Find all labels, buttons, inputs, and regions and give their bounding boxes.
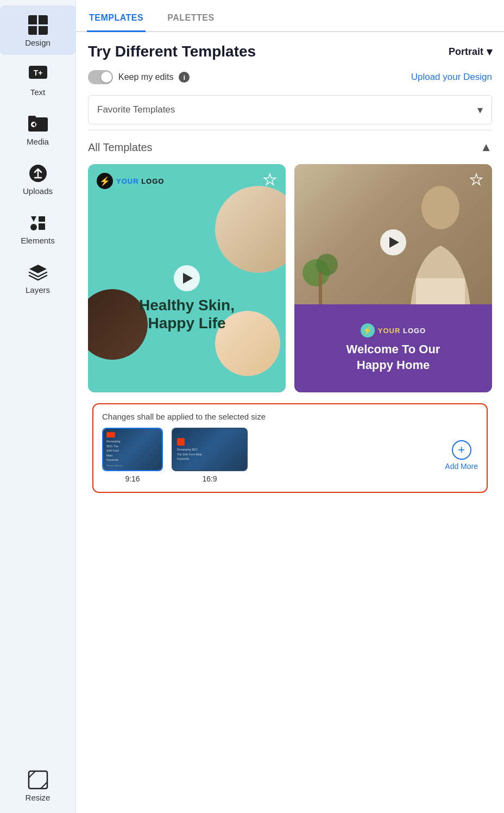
sidebar-item-elements[interactable]: Elements (0, 203, 75, 253)
add-more-circle-icon: + (452, 440, 471, 460)
content-area: Try Different Templates Portrait ▾ Keep … (76, 32, 504, 813)
card1-circle-top (215, 186, 286, 273)
svg-point-14 (316, 254, 338, 276)
sidebar-item-uploads[interactable]: Uploads (0, 154, 75, 203)
thumb-text-line4-916: Meta (106, 454, 159, 458)
sidebar-item-design[interactable]: Design (0, 5, 75, 55)
chevron-down-icon: ▾ (487, 45, 492, 58)
svg-rect-7 (39, 216, 45, 222)
thumb-text-line3-916: Shift From (106, 449, 159, 453)
uploads-icon (27, 164, 49, 183)
text-icon: T+ (27, 65, 49, 84)
divider (88, 130, 492, 130)
template-grid: ⚡ YOUR LOGO (88, 164, 492, 392)
thumb-logo-916 (106, 432, 115, 437)
template-card-1[interactable]: ⚡ YOUR LOGO (88, 164, 286, 392)
resize-thumb-916[interactable]: Revamping SEO: The Shift From Meta Keywo… (102, 428, 163, 483)
play-icon (183, 273, 193, 284)
card2-logo-text: YOUR LOGO (378, 327, 426, 335)
card1-logo: ⚡ YOUR LOGO (97, 173, 164, 189)
sidebar: Design T+ Text Media (0, 0, 76, 813)
tab-bar: TEMPLATES PALETTES (76, 0, 504, 32)
sidebar-item-media-label: Media (27, 137, 49, 146)
tab-templates[interactable]: TEMPLATES (87, 8, 146, 32)
resize-notice: Changes shall be applied to the selected… (102, 412, 478, 421)
page-title: Try Different Templates (88, 43, 256, 60)
resize-icon (27, 770, 49, 790)
keep-edits-left: Keep my edits i (88, 70, 190, 84)
resize-thumb-169[interactable]: Revamping SEO: The Shift From Meta Keywo… (172, 428, 248, 483)
sidebar-item-design-label: Design (25, 38, 51, 47)
card2-bolt-icon: ⚡ (361, 323, 375, 337)
layers-icon (27, 262, 49, 282)
thumb-text-line5-916: Keywords (106, 458, 159, 462)
thumb-site-916: Ebsomexple.com (106, 464, 159, 467)
thumb-label-916: 9:16 (125, 474, 140, 483)
keep-edits-row: Keep my edits i Upload your Design (88, 70, 492, 84)
tab-palettes[interactable]: PALETTES (165, 8, 216, 32)
keep-edits-toggle[interactable] (88, 70, 113, 84)
favorite-templates-dropdown[interactable]: Favorite Templates ▾ (88, 95, 492, 124)
card2-footer: ⚡ YOUR LOGO Welcome To Our Happy Home (294, 304, 492, 392)
sidebar-item-layers[interactable]: Layers (0, 253, 75, 302)
svg-rect-9 (39, 223, 45, 230)
resize-thumbnails: Revamping SEO: The Shift From Meta Keywo… (102, 428, 478, 483)
svg-text:T+: T+ (33, 68, 42, 77)
portrait-label: Portrait (449, 46, 483, 58)
thumb-text-line1-916: Revamping (106, 440, 159, 443)
all-templates-header: All Templates ▲ (88, 140, 492, 154)
elements-icon (27, 213, 49, 233)
sidebar-item-resize-label: Resize (26, 793, 51, 802)
sidebar-item-layers-label: Layers (26, 285, 50, 295)
card1-headline: Healthy Skin, Happy Life (88, 296, 286, 333)
thumb-img-916[interactable]: Revamping SEO: The Shift From Meta Keywo… (102, 428, 163, 471)
card2-headline: Welcome To Our Happy Home (346, 342, 440, 373)
card2-logo-row: ⚡ YOUR LOGO (361, 323, 426, 337)
main-panel: TEMPLATES PALETTES Try Different Templat… (76, 0, 504, 813)
chevron-down-icon: ▾ (477, 103, 483, 116)
media-icon (27, 114, 49, 134)
card1-logo-text: YOUR LOGO (116, 177, 164, 185)
card1-bolt-icon: ⚡ (97, 173, 113, 189)
resize-panel: Changes shall be applied to the selected… (92, 403, 488, 493)
all-templates-label: All Templates (88, 141, 153, 154)
card2-star-btn[interactable] (467, 171, 486, 189)
portrait-dropdown[interactable]: Portrait ▾ (449, 45, 492, 58)
thumb-text-line2-169: The Shift From Meta (177, 453, 242, 456)
info-icon[interactable]: i (179, 72, 190, 83)
svg-rect-3 (28, 116, 36, 121)
svg-rect-10 (29, 771, 47, 789)
thumb-img-169[interactable]: Revamping SEO: The Shift From Meta Keywo… (172, 428, 248, 471)
thumb-text-line1-169: Revamping SEO: (177, 448, 242, 452)
thumb-label-169: 16:9 (202, 474, 217, 483)
sidebar-item-text-label: Text (30, 87, 46, 97)
design-icon (27, 15, 49, 35)
svg-point-11 (421, 186, 459, 229)
add-more-button[interactable]: + Add More (445, 440, 478, 471)
sidebar-item-uploads-label: Uploads (23, 186, 53, 196)
sidebar-item-text[interactable]: T+ Text (0, 55, 75, 104)
header-row: Try Different Templates Portrait ▾ (88, 43, 492, 60)
play-icon-2 (389, 237, 399, 248)
add-more-label: Add More (445, 462, 478, 471)
favorite-templates-label: Favorite Templates (97, 104, 175, 115)
sidebar-item-resize[interactable]: Resize (0, 760, 75, 813)
template-card-2[interactable]: ⚡ YOUR LOGO Welcome To Our Happy Home (294, 164, 492, 392)
svg-rect-12 (416, 278, 465, 305)
thumb-text-line2-916: SEO: The (106, 445, 159, 448)
svg-rect-15 (319, 273, 322, 305)
card1-play-btn[interactable] (174, 265, 200, 291)
chevron-up-icon[interactable]: ▲ (480, 140, 492, 154)
thumb-text-line3-169: Keywords (177, 457, 242, 461)
thumb-inner-916: Revamping SEO: The Shift From Meta Keywo… (103, 429, 162, 470)
keep-edits-label: Keep my edits (118, 72, 173, 82)
card2-play-btn[interactable] (380, 229, 406, 255)
sidebar-item-elements-label: Elements (21, 236, 55, 245)
upload-design-link[interactable]: Upload your Design (411, 72, 492, 83)
sidebar-item-media[interactable]: Media (0, 104, 75, 154)
